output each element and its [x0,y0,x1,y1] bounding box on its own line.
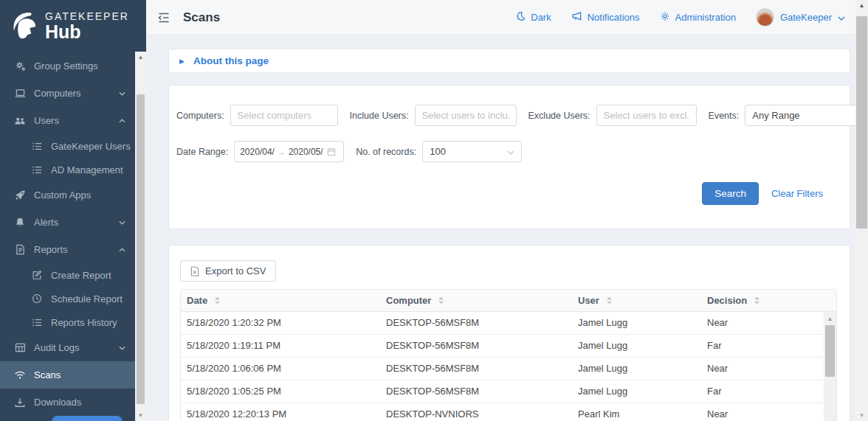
spartan-helmet-icon [9,8,40,45]
brand-subname: Hub [45,21,129,43]
column-header-computer[interactable]: Computer [380,290,572,311]
chat-widget-button[interactable] [52,416,123,421]
column-header-user[interactable]: User [572,290,701,311]
page-title: Scans [183,10,220,25]
records-select[interactable]: 100 [422,141,522,162]
sidebar-item-scans[interactable]: Scans [0,361,146,389]
about-panel-label: About this page [193,55,269,66]
brand-name: GATEKEEPER [45,10,129,22]
user-name: GateKeeper [780,12,832,23]
sort-icon [754,296,760,305]
sort-icon [438,296,444,305]
page-scrollbar[interactable]: ▲ ▼ [855,0,868,421]
column-label: Decision [707,295,747,306]
administration-label: Administration [675,12,736,23]
top-header: Scans Dark Notifications Administration … [146,0,855,35]
sidebar-scrollbar-thumb[interactable] [137,94,145,404]
menu-fold-icon[interactable] [157,12,170,24]
page-scrollbar-thumb[interactable] [856,16,867,229]
filter-row-1: Computers: Include Users: Exclude Users:… [176,105,850,126]
calendar-icon [327,147,336,156]
cell-date: 5/18/2020 1:05:25 PM [181,380,380,403]
clear-filters-link[interactable]: Clear Filters [771,188,823,199]
sidebar: GATEKEEPER Hub Group Settings Computers … [0,0,146,421]
scroll-up-icon[interactable]: ▲ [824,313,836,324]
exclude-users-input[interactable] [596,105,697,126]
date-range-input[interactable]: 2020/04/ → 2020/05/ [234,141,344,162]
megaphone-icon [571,11,582,24]
sidebar-item-alerts[interactable]: Alerts [0,209,146,236]
table-row[interactable]: 5/18/2020 1:06:06 PM DESKTOP-56MSF8M Jam… [181,357,836,380]
sidebar-item-label: Custom Apps [34,189,91,201]
about-panel[interactable]: ▶ About this page [168,49,850,73]
sidebar-nav: Group Settings Computers Users GateKeepe… [0,52,146,416]
bell-icon [14,217,26,228]
sidebar-item-ad-management[interactable]: AD Management [0,158,146,181]
column-header-date[interactable]: Date [181,290,380,311]
sidebar-item-group-settings[interactable]: Group Settings [0,52,146,80]
scroll-up-icon[interactable]: ▲ [135,52,146,63]
records-filter: No. of records: 100 [356,141,522,162]
gatekeeper-hub-app: GATEKEEPER Hub Group Settings Computers … [0,0,868,421]
sidebar-item-label: Alerts [34,217,58,228]
sidebar-item-users[interactable]: Users [0,107,146,134]
export-csv-label: Export to CSV [205,265,266,276]
events-select[interactable]: Any Range [745,105,868,126]
administration-button[interactable]: Administration [660,11,736,24]
sidebar-item-custom-apps[interactable]: Custom Apps [0,181,146,209]
scroll-down-icon[interactable]: ▼ [855,410,868,421]
sidebar-item-schedule-report[interactable]: Schedule Report [0,287,146,310]
cell-decision: Near [701,357,836,380]
column-label: User [578,295,599,306]
sidebar-item-label: Users [34,115,59,126]
records-label: No. of records: [356,147,416,157]
sidebar-scrollbar[interactable]: ▲ ▼ [135,52,146,421]
include-users-filter: Include Users: [350,105,517,126]
table-scrollbar-thumb[interactable] [825,325,835,377]
table-row[interactable]: 5/18/2020 1:19:11 PM DESKTOP-56MSF8M Jam… [181,334,836,357]
notifications-button[interactable]: Notifications [571,11,640,24]
include-users-input[interactable] [415,105,517,126]
sidebar-item-gatekeeper-users[interactable]: GateKeeper Users [0,134,146,158]
sidebar-item-label: Scans [34,369,61,380]
chevron-up-icon [119,248,125,252]
table-row[interactable]: 5/18/2020 1:05:25 PM DESKTOP-56MSF8M Jam… [181,380,836,403]
computers-filter: Computers: [176,105,338,126]
sidebar-item-label: Group Settings [34,60,98,72]
scroll-down-icon[interactable]: ▼ [135,410,146,421]
events-label: Events: [709,111,740,121]
cell-date: 5/18/2020 1:06:06 PM [181,357,380,380]
dark-mode-toggle[interactable]: Dark [515,11,551,24]
chevron-up-icon [119,119,125,123]
sidebar-item-label: Downloads [34,397,81,408]
search-button[interactable]: Search [702,182,759,205]
exclude-users-filter: Exclude Users: [528,105,697,126]
filter-row-2: Date Range: 2020/04/ → 2020/05/ No. of r… [176,141,850,162]
events-filter: Events: Any Range [709,105,868,126]
table-row[interactable]: 5/18/2020 12:20:13 PM DESKTOP-NVNIORS Pe… [181,403,836,421]
cell-decision: Far [701,334,836,357]
export-csv-button[interactable]: Export to CSV [180,260,276,282]
sidebar-item-create-report[interactable]: Create Report [0,263,146,287]
sidebar-item-computers[interactable]: Computers [0,80,146,107]
cell-decision: Near [701,311,836,334]
computers-input[interactable] [230,105,338,126]
cell-user: Jamel Lugg [572,357,701,380]
chevron-down-icon [119,91,125,96]
sidebar-item-audit-logs[interactable]: Audit Logs [0,334,146,361]
list-icon [31,318,43,327]
sidebar-item-reports-history[interactable]: Reports History [0,310,146,334]
download-icon [14,397,26,408]
scroll-up-icon[interactable]: ▲ [855,0,868,11]
sort-icon [606,296,613,305]
table-row[interactable]: 5/18/2020 1:20:32 PM DESKTOP-56MSF8M Jam… [181,311,836,334]
table-scrollbar[interactable]: ▲ [824,312,836,421]
user-menu[interactable]: GateKeeper [756,8,845,27]
column-header-decision[interactable]: Decision [701,290,836,311]
sidebar-item-reports[interactable]: Reports [0,236,146,263]
brand-logo[interactable]: GATEKEEPER Hub [0,0,146,51]
sidebar-item-label: AD Management [51,164,123,175]
list-icon [31,142,43,151]
sidebar-item-downloads[interactable]: Downloads [0,389,146,416]
records-value: 100 [430,146,446,157]
